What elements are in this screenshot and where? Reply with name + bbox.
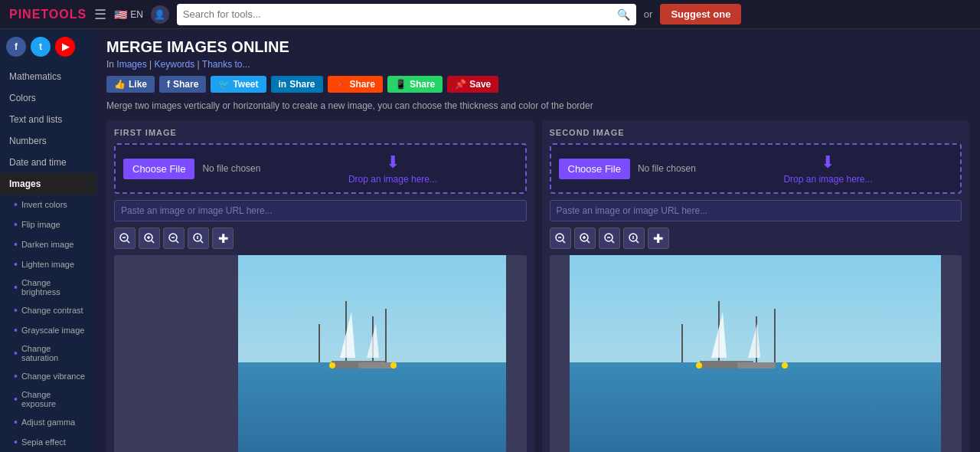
sidebar-subitem-flip[interactable]: Flip image xyxy=(0,215,96,234)
svg-line-22 xyxy=(612,241,614,243)
second-drop-icon: ⬇ xyxy=(821,152,835,172)
svg-line-12 xyxy=(201,241,203,243)
page-title: MERGE IMAGES ONLINE xyxy=(106,38,969,56)
sidebar-subitem-grayscale[interactable]: Grayscale image xyxy=(0,320,96,340)
search-input[interactable] xyxy=(183,8,617,20)
sidebar: f t ▶ Mathematics Colors Text and lists … xyxy=(0,29,96,452)
second-zoom-out-button[interactable] xyxy=(550,228,571,249)
second-image-preview xyxy=(550,255,962,452)
second-fit-height-button[interactable] xyxy=(623,228,645,249)
second-image-label: SECOND IMAGE xyxy=(550,128,962,137)
share-like-button[interactable]: 👍 Like xyxy=(106,76,155,93)
first-fit-height-button[interactable] xyxy=(188,228,209,249)
svg-line-25 xyxy=(636,241,639,243)
svg-line-2 xyxy=(127,241,129,243)
sidebar-subitem-contrast[interactable]: Change contrast xyxy=(0,300,96,320)
svg-line-6 xyxy=(152,241,154,243)
first-image-preview xyxy=(114,255,527,452)
first-upload-zone[interactable]: Choose File No file chosen ⬇ Drop an ima… xyxy=(114,143,527,194)
first-reset-button[interactable]: ✚ xyxy=(212,228,234,249)
svg-line-15 xyxy=(563,241,565,243)
first-zoom-controls: ✚ xyxy=(114,228,527,249)
social-youtube[interactable]: ▶ xyxy=(55,37,75,57)
share-reddit-button[interactable]: 🔺 Share xyxy=(328,76,383,93)
topbar: PINETOOLS ☰ 🇺🇸 EN 👤 🔍 or Suggest one xyxy=(0,0,980,29)
first-drop-label: Drop an image here... xyxy=(348,174,437,185)
second-paste-input[interactable] xyxy=(550,200,962,221)
share-tweet-button[interactable]: 🐦 Tweet xyxy=(211,76,266,93)
share-pinterest-button[interactable]: 📌 Save xyxy=(447,76,498,93)
first-paste-input[interactable] xyxy=(114,200,527,221)
first-no-file-text: No file chosen xyxy=(202,163,260,174)
second-fit-width-button[interactable] xyxy=(599,228,620,249)
sidebar-item-colors[interactable]: Colors xyxy=(0,87,96,109)
lang-selector[interactable]: 🇺🇸 EN xyxy=(114,8,143,21)
breadcrumb-keywords-link[interactable]: Keywords xyxy=(155,59,195,70)
image-panels: FIRST IMAGE Choose File No file chosen ⬇… xyxy=(106,120,969,452)
breadcrumb-thanks-link[interactable]: Thanks to... xyxy=(202,59,250,70)
breadcrumb-images-link[interactable]: Images xyxy=(116,59,146,70)
sidebar-subitem-exposure[interactable]: Change exposure xyxy=(0,386,96,412)
second-no-file-text: No file chosen xyxy=(638,163,696,174)
sidebar-subitem-gamma[interactable]: Adjust gamma xyxy=(0,412,96,432)
second-upload-zone[interactable]: Choose File No file chosen ⬇ Drop an ima… xyxy=(550,143,962,194)
first-fit-width-button[interactable] xyxy=(163,228,185,249)
sidebar-subitem-lighten[interactable]: Lighten image xyxy=(0,254,96,274)
first-zoom-in-button[interactable] xyxy=(139,228,160,249)
menu-icon[interactable]: ☰ xyxy=(94,6,106,23)
share-linkedin-button[interactable]: in Share xyxy=(271,76,323,93)
user-icon[interactable]: 👤 xyxy=(151,5,169,24)
breadcrumb: In Images | Keywords | Thanks to... xyxy=(106,59,969,70)
second-zoom-controls: ✚ xyxy=(550,228,962,249)
second-drop-zone[interactable]: ⬇ Drop an image here... xyxy=(704,152,952,185)
first-choose-file-button[interactable]: Choose File xyxy=(123,159,194,179)
search-bar: 🔍 xyxy=(177,4,636,25)
social-facebook[interactable]: f xyxy=(6,37,26,57)
sidebar-item-images[interactable]: Images xyxy=(0,173,96,195)
sidebar-subitem-darken[interactable]: Darken image xyxy=(0,234,96,254)
first-drop-zone[interactable]: ⬇ Drop an image here... xyxy=(268,152,517,185)
sidebar-subitem-invert[interactable]: Invert colors xyxy=(0,195,96,215)
sidebar-subitem-brightness[interactable]: Change brightness xyxy=(0,274,96,300)
first-image-label: FIRST IMAGE xyxy=(114,128,527,137)
second-zoom-in-button[interactable] xyxy=(574,228,596,249)
description: Merge two images vertically or horizonta… xyxy=(106,100,969,111)
first-zoom-out-button[interactable] xyxy=(114,228,136,249)
svg-line-19 xyxy=(587,241,590,243)
second-drop-label: Drop an image here... xyxy=(783,174,872,185)
svg-line-9 xyxy=(176,241,178,243)
share-fb-button[interactable]: f Share xyxy=(159,76,206,93)
sidebar-social: f t ▶ xyxy=(0,29,96,61)
or-text: or xyxy=(644,8,653,20)
share-bar: 👍 Like f Share 🐦 Tweet in Share 🔺 Share … xyxy=(106,76,969,93)
share-whatsapp-button[interactable]: 📱 Share xyxy=(387,76,443,93)
suggest-button[interactable]: Suggest one xyxy=(660,4,741,25)
sidebar-item-text[interactable]: Text and lists xyxy=(0,109,96,130)
sidebar-item-mathematics[interactable]: Mathematics xyxy=(0,66,96,87)
sidebar-subitem-vibrance[interactable]: Change vibrance xyxy=(0,366,96,386)
sidebar-subitem-saturation[interactable]: Change saturation xyxy=(0,340,96,366)
sidebar-item-date[interactable]: Date and time xyxy=(0,152,96,173)
sidebar-nav: Mathematics Colors Text and lists Number… xyxy=(0,61,96,452)
flag-icon: 🇺🇸 xyxy=(114,8,127,21)
content-area: MERGE IMAGES ONLINE In Images | Keywords… xyxy=(96,29,980,452)
lang-label: EN xyxy=(130,9,143,20)
social-twitter[interactable]: t xyxy=(31,37,51,57)
second-reset-button[interactable]: ✚ xyxy=(648,228,669,249)
first-image-panel: FIRST IMAGE Choose File No file chosen ⬇… xyxy=(106,120,534,452)
second-image-panel: SECOND IMAGE Choose File No file chosen … xyxy=(542,120,970,452)
first-drop-icon: ⬇ xyxy=(386,152,400,172)
main-layout: f t ▶ Mathematics Colors Text and lists … xyxy=(0,29,980,452)
sidebar-subitem-sepia[interactable]: Sepia effect xyxy=(0,432,96,452)
second-choose-file-button[interactable]: Choose File xyxy=(559,159,630,179)
logo: PINETOOLS xyxy=(9,8,87,21)
search-icon: 🔍 xyxy=(617,8,630,21)
sidebar-item-numbers[interactable]: Numbers xyxy=(0,130,96,152)
